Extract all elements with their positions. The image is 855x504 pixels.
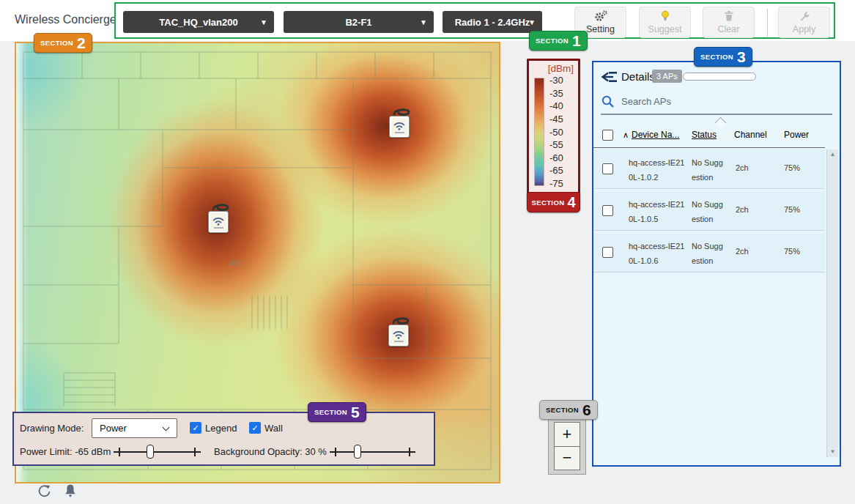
ap-marker-1[interactable]: [388, 108, 410, 138]
cell-power: 75%: [784, 247, 800, 256]
wall-checkbox-label[interactable]: Wall: [264, 423, 283, 434]
row-checkbox[interactable]: [602, 247, 613, 258]
ap-capacity-bar[interactable]: [683, 73, 756, 81]
radio-dropdown[interactable]: Radio 1 - 2.4GHz ▼: [443, 11, 542, 33]
floor-dropdown-value: B2-F1: [345, 17, 371, 28]
toolbar: TAC_HQ_vlan200 ▼ B2-F1 ▼ Radio 1 - 2.4GH…: [114, 2, 835, 39]
details-label: Details: [621, 70, 655, 83]
select-all-checkbox[interactable]: [602, 130, 613, 141]
wireless-concierge-app: Wireless Concierge TAC_HQ_vlan200 ▼ B2-F…: [0, 0, 855, 504]
panel-header: Details 3 APs: [593, 68, 840, 87]
legend-checkbox[interactable]: ✓: [190, 422, 201, 434]
legend-unit-label: [dBm]: [548, 63, 574, 74]
cell-status: No Sugg estion: [692, 197, 734, 227]
floor-dropdown[interactable]: B2-F1 ▼: [284, 11, 434, 33]
row-checkbox[interactable]: [602, 205, 613, 216]
sort-ascending-icon[interactable]: ∧: [623, 130, 629, 140]
toolbar-divider: [767, 9, 768, 37]
section-1-label: SECTION 1: [529, 31, 588, 51]
chevron-down-icon: ▼: [528, 18, 536, 26]
section-5-label: SECTION 5: [308, 402, 366, 422]
clear-button[interactable]: Clear: [703, 7, 755, 38]
collapse-panel-icon[interactable]: [601, 70, 618, 86]
header-bar: Wireless Concierge TAC_HQ_vlan200 ▼ B2-F…: [0, 0, 855, 41]
table-row[interactable]: hq-access-IE21 0L-1.0.6 No Sugg estion 2…: [593, 233, 825, 273]
trash-icon: [723, 10, 735, 23]
search-input[interactable]: Search APs: [621, 96, 671, 107]
table-header: ∧ Device Na... Status Channel Power: [593, 124, 825, 148]
setting-button-label: Setting: [586, 24, 615, 34]
column-header-status[interactable]: Status: [692, 130, 717, 140]
page-title: Wireless Concierge: [15, 13, 116, 26]
floor-label: 450: [229, 259, 242, 267]
apply-button[interactable]: Apply: [778, 7, 830, 38]
cell-status: No Sugg estion: [692, 239, 734, 269]
drawing-mode-row: Drawing Mode: Power ✓ Legend ✓ Wall: [14, 418, 434, 439]
background-opacity-slider[interactable]: [330, 445, 415, 459]
slider-row: Power Limit: -65 dBm Background Opacity:…: [14, 443, 434, 461]
search-underline: [601, 114, 832, 115]
legend-color-scale: [534, 78, 544, 186]
network-dropdown-value: TAC_HQ_vlan200: [159, 17, 237, 28]
table-scrollbar[interactable]: ▲ ▼: [826, 149, 838, 457]
legend-tick: -30: [549, 75, 577, 85]
suggest-button[interactable]: Suggest: [639, 7, 691, 38]
column-header-device-name[interactable]: Device Na...: [632, 130, 679, 140]
wall-checkbox[interactable]: ✓: [249, 422, 261, 434]
table-row[interactable]: hq-access-IE21 0L-1.0.2 No Sugg estion 2…: [593, 149, 825, 189]
background-opacity-slider-thumb[interactable]: [354, 445, 361, 459]
lightbulb-icon: [659, 10, 671, 23]
cell-status: No Sugg estion: [692, 155, 734, 185]
wifi-ap-icon: [208, 211, 229, 233]
cell-device-name: hq-access-IE21 0L-1.0.5: [629, 197, 692, 227]
suggest-button-label: Suggest: [648, 24, 682, 34]
cell-power: 75%: [784, 163, 800, 172]
ap-table-body: hq-access-IE21 0L-1.0.2 No Sugg estion 2…: [593, 149, 825, 275]
apply-button-label: Apply: [793, 24, 815, 34]
ap-label-dots: [214, 227, 223, 229]
section-4-label: SECTION 4: [527, 192, 580, 212]
legend-tick: -45: [549, 114, 577, 124]
legend-tick: -60: [549, 153, 577, 163]
scroll-down-icon[interactable]: ▼: [830, 449, 836, 455]
ap-marker-2[interactable]: [207, 203, 229, 233]
legend-tick: -55: [549, 140, 577, 149]
clear-button-label: Clear: [718, 24, 740, 34]
legend-tick-labels: -30 -35 -40 -45 -50 -55 -60 -65 -75: [549, 75, 577, 188]
scroll-up-icon[interactable]: ▲: [830, 152, 836, 158]
legend-tick: -35: [549, 89, 577, 98]
ap-marker-3[interactable]: [388, 316, 410, 346]
row-checkbox[interactable]: [602, 163, 613, 174]
background-opacity-label: Background Opacity: 30 %: [214, 446, 327, 457]
search-icon: [601, 94, 615, 112]
cell-channel: 2ch: [736, 163, 749, 172]
zoom-in-button[interactable]: +: [555, 423, 580, 446]
legend-checkbox-label[interactable]: Legend: [205, 423, 237, 434]
zoom-out-button[interactable]: −: [555, 446, 580, 470]
cell-channel: 2ch: [736, 247, 749, 256]
dbm-legend: [dBm] -30 -35 -40 -45 -50 -55 -60 -65 -7…: [527, 59, 580, 192]
search-row: Search APs: [593, 93, 840, 111]
column-header-power: Power: [784, 130, 809, 140]
power-limit-label: Power Limit: -65 dBm: [20, 446, 111, 457]
drawing-mode-value: Power: [100, 423, 127, 434]
refresh-icon[interactable]: [37, 483, 53, 502]
column-header-channel: Channel: [734, 130, 767, 140]
network-dropdown[interactable]: TAC_HQ_vlan200 ▼: [123, 11, 274, 33]
drawing-mode-select[interactable]: Power: [92, 418, 177, 438]
legend-tick: -65: [549, 166, 577, 175]
map-zoom-controls: + −: [548, 418, 586, 475]
power-limit-slider-thumb[interactable]: [147, 445, 154, 459]
power-limit-slider[interactable]: [114, 445, 201, 459]
table-row[interactable]: hq-access-IE21 0L-1.0.5 No Sugg estion 2…: [593, 191, 825, 231]
drawing-controls-panel: Drawing Mode: Power ✓ Legend ✓ Wall Powe…: [12, 412, 435, 466]
section-2-label: SECTION 2: [34, 33, 92, 53]
bell-icon[interactable]: [63, 483, 78, 502]
wifi-ap-icon: [389, 116, 410, 138]
drawing-mode-label: Drawing Mode:: [20, 423, 84, 434]
cell-device-name: hq-access-IE21 0L-1.0.2: [629, 155, 692, 185]
ap-label-dots: [395, 132, 404, 133]
cell-channel: 2ch: [736, 205, 749, 214]
section-3-label: SECTION 3: [694, 47, 752, 67]
legend-tick: -75: [549, 179, 577, 188]
